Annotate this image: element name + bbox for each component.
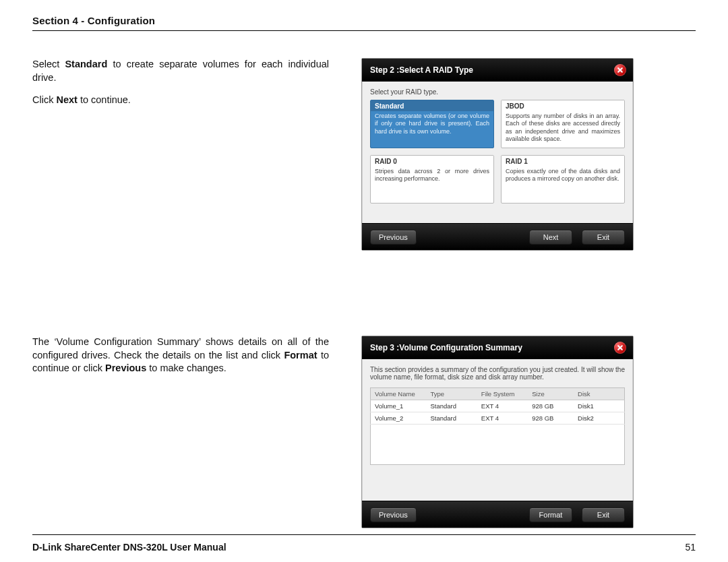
text: Click (32, 94, 56, 105)
next-button[interactable]: Next (529, 230, 572, 245)
wizard-button-bar: Previous Next Exit (362, 223, 633, 250)
cell-fs: EXT 4 (477, 400, 528, 412)
raid-option-jbod[interactable]: JBOD Supports any number of disks in an … (501, 100, 625, 148)
step2-prose: Select Standard to create separate volum… (32, 58, 329, 107)
cell-disk: Disk1 (574, 400, 624, 412)
footer-rule (32, 534, 696, 535)
summary-table: Volume Name Type File System Size Disk V… (370, 387, 625, 465)
exit-button[interactable]: Exit (582, 230, 625, 245)
wizard-body: This section provides a summary of the c… (362, 359, 633, 501)
text-bold-next: Next (56, 94, 77, 105)
step3-prose: The ‘Volume Configuration Summary’ shows… (32, 336, 329, 375)
text: to continue. (78, 94, 131, 105)
wizard-instruction: This section provides a summary of the c… (370, 366, 625, 381)
cell-disk: Disk2 (574, 412, 624, 425)
wizard-button-bar: Previous Format Exit (362, 501, 633, 528)
footer-page-number: 51 (685, 542, 696, 553)
col-volume-name: Volume Name (371, 388, 427, 400)
wizard-titlebar: Step 2 :Select A RAID Type (362, 59, 633, 82)
card-title: Standard (371, 100, 493, 111)
footer-manual-title: D-Link ShareCenter DNS-320L User Manual (32, 542, 226, 553)
cell-volume-name: Volume_1 (371, 400, 427, 412)
wizard-step2: Step 2 :Select A RAID Type Select your R… (361, 58, 634, 251)
close-icon[interactable] (614, 64, 626, 76)
cell-volume-name: Volume_2 (371, 412, 427, 425)
raid-option-standard[interactable]: Standard Creates separate volumes (or on… (370, 100, 494, 148)
table-row[interactable]: Volume_2 Standard EXT 4 928 GB Disk2 (371, 412, 625, 425)
text: Select (32, 59, 65, 69)
table-row[interactable]: Volume_1 Standard EXT 4 928 GB Disk1 (371, 400, 625, 412)
cell-type: Standard (426, 400, 477, 412)
table-header-row: Volume Name Type File System Size Disk (371, 388, 625, 400)
card-title: JBOD (502, 100, 624, 111)
wizard-title: Step 3 :Volume Configuration Summary (370, 343, 522, 352)
col-type: Type (426, 388, 477, 400)
card-title: RAID 1 (502, 156, 624, 166)
previous-button[interactable]: Previous (370, 507, 417, 522)
card-title: RAID 0 (371, 156, 493, 166)
format-button[interactable]: Format (529, 507, 572, 522)
previous-button[interactable]: Previous (370, 230, 417, 245)
wizard-title: Step 2 :Select A RAID Type (370, 65, 473, 75)
wizard-step3: Step 3 :Volume Configuration Summary Thi… (361, 336, 634, 528)
exit-button[interactable]: Exit (582, 507, 625, 522)
card-desc: Stripes data across 2 or more drives inc… (371, 166, 493, 187)
raid-option-raid1[interactable]: RAID 1 Copies exactly one of the data di… (501, 155, 625, 204)
col-disk: Disk (574, 388, 624, 400)
text-bold-previous: Previous (105, 363, 146, 373)
cell-size: 928 GB (528, 400, 574, 412)
wizard-instruction: Select your RAID type. (370, 88, 625, 96)
card-desc: Copies exactly one of the data disks and… (502, 166, 624, 187)
wizard-titlebar: Step 3 :Volume Configuration Summary (362, 336, 633, 359)
raid-option-raid0[interactable]: RAID 0 Stripes data across 2 or more dri… (370, 155, 494, 204)
col-size: Size (528, 388, 574, 400)
section-header: Section 4 - Configuration (32, 15, 696, 31)
card-desc: Supports any number of disks in an array… (502, 111, 624, 147)
text: to make changes. (146, 363, 226, 373)
close-icon[interactable] (614, 342, 626, 354)
wizard-body: Select your RAID type. Standard Creates … (362, 82, 633, 223)
cell-type: Standard (426, 412, 477, 425)
cell-fs: EXT 4 (477, 412, 528, 425)
card-desc: Creates separate volumes (or one volume … (371, 111, 493, 139)
cell-size: 928 GB (528, 412, 574, 425)
text-bold-standard: Standard (65, 59, 107, 69)
text-bold-format: Format (284, 350, 317, 361)
table-blank-area (371, 425, 625, 465)
col-file-system: File System (477, 388, 528, 400)
